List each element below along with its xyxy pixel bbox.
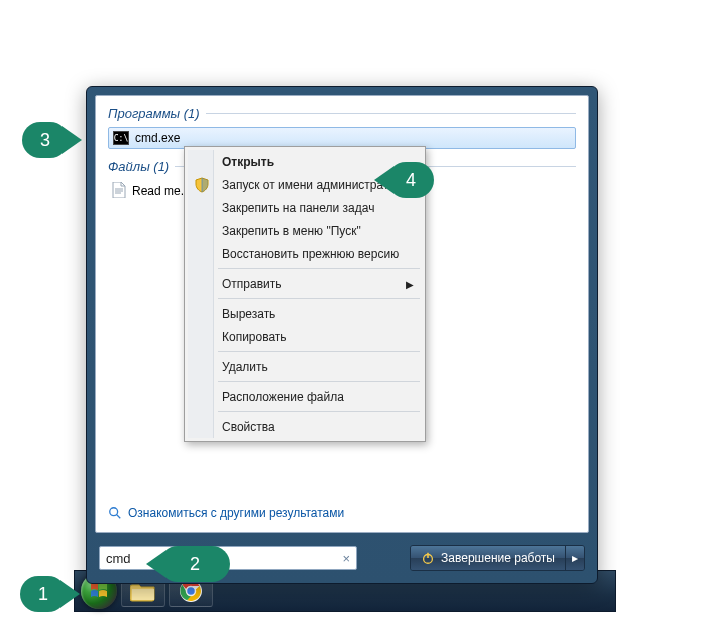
menu-file-location[interactable]: Расположение файла bbox=[188, 385, 422, 408]
cmd-icon: C:\ bbox=[113, 131, 129, 145]
svg-point-4 bbox=[110, 508, 118, 516]
result-label: cmd.exe bbox=[135, 131, 180, 145]
menu-copy[interactable]: Копировать bbox=[188, 325, 422, 348]
menu-separator bbox=[218, 411, 420, 412]
menu-separator bbox=[218, 298, 420, 299]
svg-rect-0 bbox=[132, 589, 154, 600]
shield-icon bbox=[194, 177, 210, 193]
shutdown-button[interactable]: Завершение работы ▸ bbox=[410, 545, 585, 571]
step-badge-2: 2 bbox=[160, 546, 230, 582]
menu-properties[interactable]: Свойства bbox=[188, 415, 422, 438]
shutdown-main[interactable]: Завершение работы bbox=[411, 546, 565, 570]
power-icon bbox=[421, 551, 435, 565]
chevron-right-icon: ▸ bbox=[572, 551, 578, 565]
step-badge-3: 3 bbox=[22, 122, 68, 158]
group-label: Файлы (1) bbox=[108, 159, 169, 174]
text-file-icon bbox=[112, 182, 126, 201]
menu-restore-version[interactable]: Восстановить прежнюю версию bbox=[188, 242, 422, 265]
step-badge-1: 1 bbox=[20, 576, 66, 612]
search-icon bbox=[108, 506, 122, 520]
clear-search-icon[interactable]: × bbox=[342, 551, 350, 566]
menu-send-to[interactable]: Отправить ▶ bbox=[188, 272, 422, 295]
menu-pin-start[interactable]: Закрепить в меню "Пуск" bbox=[188, 219, 422, 242]
menu-cut[interactable]: Вырезать bbox=[188, 302, 422, 325]
menu-separator bbox=[218, 351, 420, 352]
group-label: Программы (1) bbox=[108, 106, 200, 121]
menu-separator bbox=[218, 268, 420, 269]
menu-separator bbox=[218, 381, 420, 382]
chevron-right-icon: ▶ bbox=[406, 278, 414, 289]
group-header-programs: Программы (1) bbox=[108, 106, 576, 121]
menu-pin-taskbar[interactable]: Закрепить на панели задач bbox=[188, 196, 422, 219]
step-badge-4: 4 bbox=[388, 162, 434, 198]
shutdown-options-arrow[interactable]: ▸ bbox=[565, 546, 584, 570]
menu-delete[interactable]: Удалить bbox=[188, 355, 422, 378]
windows-logo-icon bbox=[89, 581, 109, 601]
see-more-results-link[interactable]: Ознакомиться с другими результатами bbox=[108, 506, 344, 520]
svg-line-5 bbox=[117, 515, 121, 519]
